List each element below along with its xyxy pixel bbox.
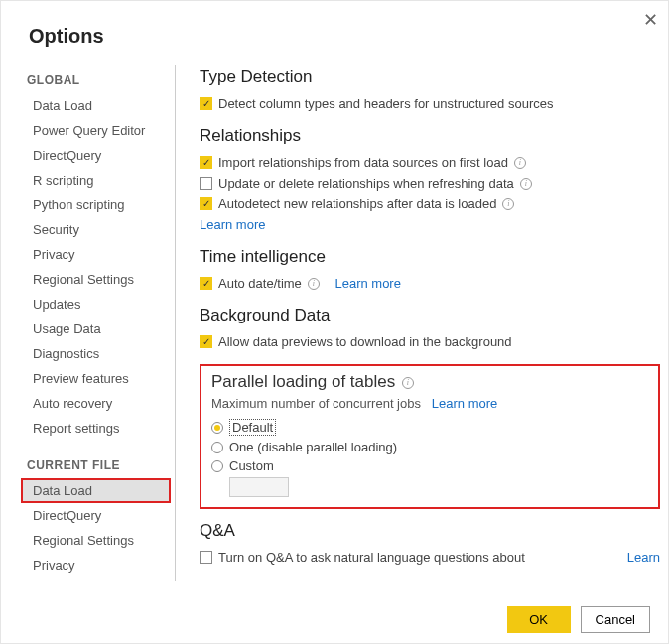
link-parallel-learn-more[interactable]: Learn more	[432, 396, 497, 411]
heading-time-intel: Time intelligence	[200, 247, 660, 267]
label-import-rel: Import relationships from data sources o…	[218, 155, 508, 170]
sidebar-item-security[interactable]: Security	[21, 217, 171, 242]
sidebar[interactable]: GLOBAL Data Load Power Query Editor Dire…	[21, 65, 175, 581]
radio-default[interactable]	[211, 422, 223, 434]
sidebar-item-preview-features[interactable]: Preview features	[21, 366, 171, 391]
label-max-jobs: Maximum number of concurrent jobs	[211, 396, 421, 411]
sidebar-item-directquery[interactable]: DirectQuery	[21, 143, 171, 168]
checkbox-auto-date[interactable]	[200, 277, 212, 290]
dialog-title: Options	[1, 1, 669, 65]
checkbox-import-rel[interactable]	[200, 156, 212, 169]
info-icon[interactable]	[308, 278, 320, 290]
sidebar-item-diagnostics[interactable]: Diagnostics	[21, 341, 171, 366]
sidebar-item-privacy[interactable]: Privacy	[21, 242, 171, 267]
sidebar-item-data-load[interactable]: Data Load	[21, 93, 171, 118]
section-relationships: Relationships Import relationships from …	[200, 126, 660, 235]
section-background-data: Background Data Allow data previews to d…	[200, 306, 660, 352]
sidebar-item-cf-privacy[interactable]: Privacy	[21, 553, 171, 578]
heading-qna: Q&A	[200, 521, 660, 541]
section-qna: Q&A Turn on Q&A to ask natural language …	[200, 521, 660, 568]
sidebar-item-regional[interactable]: Regional Settings	[21, 267, 171, 292]
checkbox-update-rel[interactable]	[200, 177, 212, 190]
label-auto-date: Auto date/time	[218, 276, 302, 291]
sidebar-item-power-query[interactable]: Power Query Editor	[21, 118, 171, 143]
sidebar-item-auto-recovery[interactable]: Auto recovery	[21, 391, 171, 416]
label-qna: Turn on Q&A to ask natural language ques…	[218, 550, 525, 565]
dialog-footer: OK Cancel	[507, 606, 650, 633]
info-icon[interactable]	[402, 377, 414, 389]
info-icon[interactable]	[514, 157, 526, 169]
label-bg-previews: Allow data previews to download in the b…	[218, 334, 512, 349]
group-header-global: GLOBAL	[21, 65, 171, 93]
heading-relationships: Relationships	[200, 126, 660, 146]
section-time-intelligence: Time intelligence Auto date/time Learn m…	[200, 247, 660, 294]
group-header-current-file: CURRENT FILE	[21, 451, 171, 478]
heading-background-data: Background Data	[200, 306, 660, 325]
sidebar-item-cf-directquery[interactable]: DirectQuery	[21, 503, 171, 528]
section-parallel-loading: Parallel loading of tables Maximum numbe…	[200, 364, 660, 509]
options-dialog: ✕ Options GLOBAL Data Load Power Query E…	[1, 1, 669, 644]
checkbox-qna[interactable]	[200, 551, 212, 564]
sidebar-item-report-settings[interactable]: Report settings	[21, 416, 171, 441]
label-radio-one: One (disable parallel loading)	[229, 440, 397, 454]
link-rel-learn-more[interactable]: Learn more	[200, 217, 265, 232]
checkbox-autodetect-rel[interactable]	[200, 197, 212, 210]
input-custom-jobs[interactable]	[229, 477, 289, 497]
content-panel[interactable]: Type Detection Detect column types and h…	[186, 65, 669, 581]
label-detect-types: Detect column types and headers for unst…	[218, 96, 553, 111]
sidebar-item-updates[interactable]: Updates	[21, 292, 171, 317]
link-time-learn-more[interactable]: Learn more	[334, 276, 400, 291]
heading-parallel: Parallel loading of tables	[211, 372, 395, 391]
info-icon[interactable]	[502, 198, 514, 210]
link-qna-learn[interactable]: Learn	[627, 550, 660, 565]
sidebar-item-python-scripting[interactable]: Python scripting	[21, 193, 171, 217]
checkbox-detect-types[interactable]	[200, 97, 212, 110]
sidebar-item-r-scripting[interactable]: R scripting	[21, 168, 171, 193]
sidebar-item-cf-data-load[interactable]: Data Load	[21, 478, 171, 503]
label-radio-custom: Custom	[229, 458, 274, 473]
section-type-detection: Type Detection Detect column types and h…	[200, 67, 660, 114]
label-autodetect-rel: Autodetect new relationships after data …	[218, 196, 496, 211]
heading-type-detection: Type Detection	[200, 67, 660, 87]
info-icon[interactable]	[520, 178, 532, 190]
sidebar-item-cf-regional[interactable]: Regional Settings	[21, 528, 171, 553]
label-update-rel: Update or delete relationships when refr…	[218, 176, 514, 191]
label-radio-default: Default	[229, 419, 276, 436]
cancel-button[interactable]: Cancel	[581, 606, 650, 633]
ok-button[interactable]: OK	[507, 606, 571, 633]
sidebar-item-usage-data[interactable]: Usage Data	[21, 317, 171, 341]
checkbox-bg-previews[interactable]	[200, 335, 212, 348]
radio-custom[interactable]	[211, 460, 223, 472]
close-icon[interactable]: ✕	[643, 9, 658, 31]
radio-one[interactable]	[211, 442, 223, 453]
